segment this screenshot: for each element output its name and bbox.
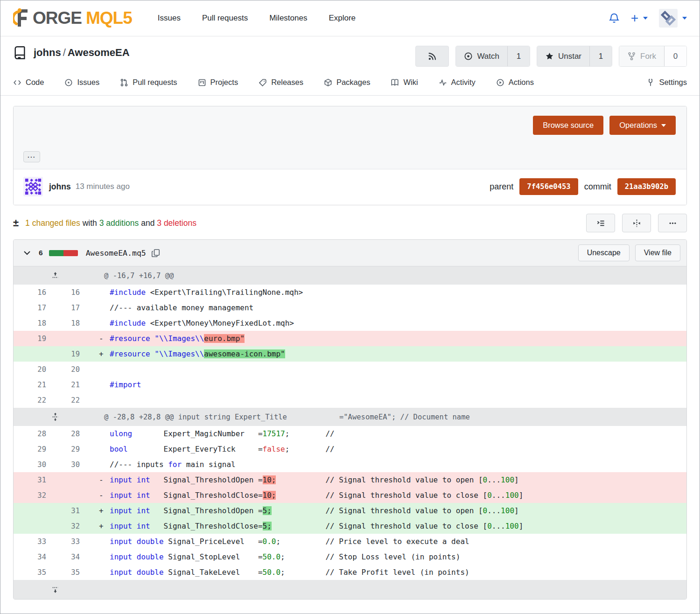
- diff-row-ctx: 2020: [14, 362, 686, 377]
- tab-pull-requests[interactable]: Pull requests: [120, 70, 177, 95]
- tab-actions[interactable]: Actions: [496, 70, 534, 95]
- tab-releases[interactable]: Releases: [259, 70, 303, 95]
- old-line-number[interactable]: 16: [14, 288, 60, 297]
- commit-author-link[interactable]: johns: [49, 182, 71, 192]
- parent-sha-button[interactable]: 7f456e0453: [519, 178, 578, 195]
- diff-options-button[interactable]: [658, 214, 687, 232]
- old-line-number[interactable]: 32: [14, 491, 60, 500]
- expand-both-icon[interactable]: [14, 412, 97, 421]
- split-view-button[interactable]: [622, 214, 651, 232]
- unescape-button[interactable]: Unescape: [578, 244, 630, 261]
- new-line-number[interactable]: 16: [60, 288, 97, 297]
- watch-button-group: Watch 1: [455, 46, 530, 67]
- tab-activity[interactable]: Activity: [439, 70, 476, 95]
- tab-code[interactable]: Code: [13, 70, 44, 95]
- new-line-number[interactable]: 34: [60, 553, 97, 561]
- repo-name-link[interactable]: AwesomeEA: [68, 47, 130, 58]
- tab-packages[interactable]: Packages: [324, 70, 370, 95]
- old-line-number[interactable]: 30: [14, 460, 60, 469]
- commit-message-more-button[interactable]: ...: [23, 151, 40, 162]
- browse-source-button[interactable]: Browse source: [533, 116, 603, 135]
- fork-button[interactable]: Fork: [619, 46, 664, 66]
- ellipsis-icon: [668, 219, 677, 228]
- old-line-number[interactable]: 18: [14, 319, 60, 328]
- code-line: input int Signal_ThresholdOpen =10; // S…: [110, 475, 686, 484]
- new-line-number[interactable]: 29: [60, 445, 97, 454]
- fork-button-group: Fork 0: [619, 46, 687, 67]
- old-line-number[interactable]: 33: [14, 537, 60, 546]
- author-avatar[interactable]: [23, 177, 43, 196]
- old-line-number[interactable]: 29: [14, 445, 60, 454]
- old-line-number[interactable]: 19: [14, 335, 60, 343]
- old-line-number[interactable]: 17: [14, 304, 60, 312]
- file-tree-toggle-button[interactable]: [586, 214, 615, 232]
- new-line-number[interactable]: 22: [60, 396, 97, 405]
- expand-up-icon[interactable]: [14, 272, 97, 279]
- logo-forge-text: ORGE: [33, 8, 82, 28]
- new-line-number[interactable]: 19: [60, 350, 97, 358]
- code-line: input double Signal_PriceLevel =0.0; // …: [110, 537, 686, 546]
- file-tree-icon: [596, 219, 605, 228]
- watch-button[interactable]: Watch: [456, 46, 507, 66]
- star-icon: [545, 52, 554, 61]
- watch-count[interactable]: 1: [507, 46, 530, 66]
- repo-header: johns/AwesomeEA Watch 1: [0, 36, 700, 67]
- new-line-number[interactable]: 21: [60, 381, 97, 389]
- old-line-number[interactable]: 21: [14, 381, 60, 389]
- old-line-number[interactable]: 22: [14, 396, 60, 405]
- tab-issues[interactable]: Issues: [64, 70, 99, 95]
- expand-down-icon[interactable]: [14, 586, 97, 593]
- create-new-menu[interactable]: +: [631, 12, 648, 25]
- new-line-number[interactable]: 17: [60, 304, 97, 312]
- new-line-number[interactable]: 32: [60, 522, 97, 530]
- code-line: input int Signal_ThresholdOpen =5; // Si…: [110, 506, 686, 515]
- nav-link-explore[interactable]: Explore: [329, 14, 356, 23]
- logo-mql5-text: MQL5: [86, 8, 132, 28]
- old-line-number[interactable]: 20: [14, 365, 60, 374]
- copy-path-icon[interactable]: [151, 249, 160, 258]
- eye-icon: [464, 52, 473, 61]
- new-line-number[interactable]: 35: [60, 568, 97, 577]
- new-line-number[interactable]: 20: [60, 365, 97, 374]
- file-stat-bar: [49, 250, 78, 256]
- diff-row-ctx: 1616#include <Expert\Trailing\TrailingNo…: [14, 285, 686, 300]
- notifications-bell-icon[interactable]: [609, 13, 620, 24]
- repo-icon: [13, 46, 27, 60]
- code-line: //--- available money management: [110, 303, 686, 312]
- new-line-number[interactable]: 28: [60, 430, 97, 438]
- old-line-number[interactable]: 31: [14, 476, 60, 484]
- diff-marker: -: [97, 334, 110, 343]
- tab-settings[interactable]: Settings: [646, 70, 687, 95]
- play-circle-icon: [496, 78, 504, 87]
- nav-link-pull-requests[interactable]: Pull requests: [202, 14, 248, 23]
- star-count[interactable]: 1: [589, 46, 612, 66]
- repo-tabs: Code Issues Pull requests Projects Relea…: [0, 70, 700, 96]
- commit-sha-button[interactable]: 21aa3b902b: [617, 178, 676, 195]
- tab-wiki[interactable]: Wiki: [391, 70, 418, 95]
- nav-link-issues[interactable]: Issues: [158, 14, 181, 23]
- unstar-button[interactable]: Unstar: [537, 46, 589, 66]
- rss-feed-button[interactable]: [415, 46, 449, 67]
- old-line-number[interactable]: 35: [14, 568, 60, 577]
- code-line: //--- inputs for main signal: [110, 460, 686, 469]
- operations-button[interactable]: Operations: [609, 116, 676, 135]
- code-icon: [13, 78, 21, 87]
- diff-row-ctx: 2929bool Expert_EveryTick =false; //: [14, 441, 686, 457]
- nav-links: Issues Pull requests Milestones Explore: [158, 14, 356, 23]
- tab-projects[interactable]: Projects: [198, 70, 238, 95]
- fork-count[interactable]: 0: [664, 46, 686, 66]
- new-line-number[interactable]: 30: [60, 460, 97, 469]
- new-line-number[interactable]: 18: [60, 319, 97, 328]
- site-logo[interactable]: ORGE MQL5: [13, 8, 132, 28]
- new-line-number[interactable]: 31: [60, 507, 97, 515]
- view-file-button[interactable]: View file: [635, 244, 680, 261]
- old-line-number[interactable]: 34: [14, 553, 60, 561]
- commit-meta-row: johns 13 minutes ago parent 7f456e0453 c…: [14, 169, 686, 205]
- file-name: AwesomeEA.mq5: [86, 249, 146, 258]
- old-line-number[interactable]: 28: [14, 430, 60, 438]
- user-menu[interactable]: [659, 9, 687, 28]
- nav-link-milestones[interactable]: Milestones: [269, 14, 307, 23]
- repo-owner-link[interactable]: johns: [34, 47, 61, 58]
- new-line-number[interactable]: 33: [60, 537, 97, 546]
- collapse-file-chevron-icon[interactable]: [23, 249, 31, 257]
